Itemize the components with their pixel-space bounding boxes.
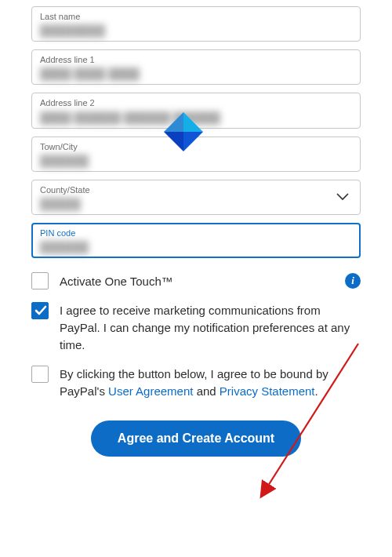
town-city-value: ██████ [40, 154, 352, 168]
privacy-statement-link[interactable]: Privacy Statement [220, 384, 315, 398]
county-state-value: █████ [40, 197, 328, 211]
marketing-row: I agree to receive marketing communicati… [31, 302, 361, 353]
address1-field[interactable]: Address line 1 ████ ████ ████ [31, 49, 361, 85]
address2-field[interactable]: Address line 2 ████ ██████ ██████ ██████ [31, 93, 361, 128]
pin-code-field[interactable]: PIN code ██████ [31, 223, 361, 258]
address2-value: ████ ██████ ██████ ██████ [40, 111, 352, 125]
last-name-field[interactable]: Last name ████████ [31, 6, 361, 42]
chevron-down-icon [336, 190, 349, 204]
marketing-checkbox[interactable] [31, 302, 49, 319]
terms-text-suffix: . [315, 384, 318, 398]
terms-label: By clicking the button below, I agree to… [60, 366, 361, 400]
county-state-select[interactable]: County/State █████ [31, 180, 361, 215]
address1-value: ████ ████ ████ [40, 67, 352, 81]
cta-wrap: Agree and Create Account [31, 420, 361, 457]
terms-checkbox[interactable] [31, 366, 49, 383]
pin-code-label: PIN code [40, 228, 352, 238]
terms-text-mid: and [197, 384, 220, 398]
pin-code-value: ██████ [40, 240, 352, 254]
last-name-value: ████████ [40, 24, 352, 38]
address1-label: Address line 1 [40, 55, 352, 65]
info-icon[interactable]: i [345, 273, 361, 289]
address2-label: Address line 2 [40, 98, 352, 108]
town-city-field[interactable]: Town/City ██████ [31, 137, 361, 172]
terms-row: By clicking the button below, I agree to… [31, 366, 361, 400]
marketing-label: I agree to receive marketing communicati… [60, 302, 361, 353]
town-city-label: Town/City [40, 142, 352, 152]
one-touch-row: Activate One Touch™ i [31, 272, 361, 289]
user-agreement-link[interactable]: User Agreement [108, 384, 193, 398]
last-name-label: Last name [40, 12, 352, 22]
agree-create-account-button[interactable]: Agree and Create Account [91, 420, 301, 457]
one-touch-label: Activate One Touch™ [60, 275, 334, 288]
one-touch-checkbox[interactable] [31, 272, 49, 289]
county-state-label: County/State [40, 185, 328, 195]
